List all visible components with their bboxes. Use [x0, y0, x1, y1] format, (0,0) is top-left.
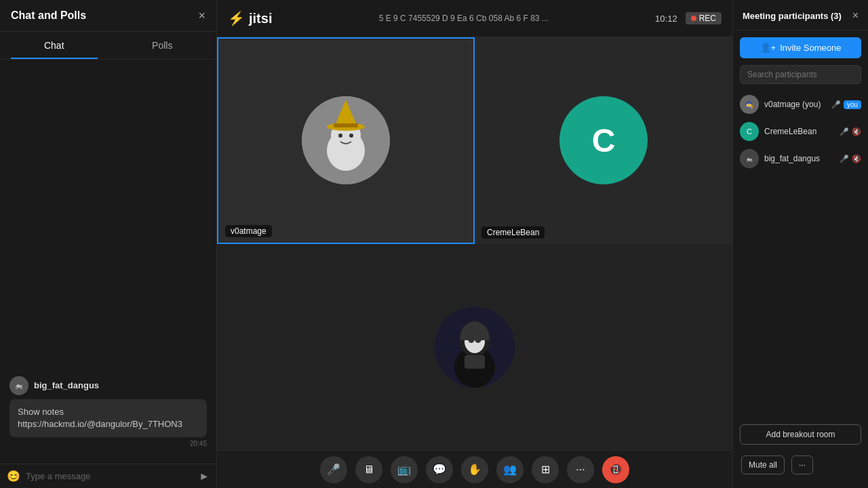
video-cell-v0atmage[interactable]: v0atmage — [217, 37, 475, 244]
video-icon-big-fat-dangus: 🔇 — [852, 155, 861, 163]
svg-text:🧙: 🧙 — [745, 100, 754, 109]
video-cell-cremeLeBean[interactable]: C CremeLeBean — [475, 37, 732, 244]
chat-message: 🏍 big_fat_dangus Show noteshttps://hackm… — [0, 371, 216, 453]
tab-bar: Chat Polls — [0, 32, 216, 60]
sidebar-title: Chat and Polls — [11, 9, 86, 22]
participant-item-big-fat-dangus: 🏍 big_fat_dangus 🎤 🔇 — [740, 145, 861, 172]
tab-chat[interactable]: Chat — [0, 32, 108, 59]
meeting-id: 5 E 9 C 7455529 D 9 Ea 6 Cb 058 Ab 6 F 8… — [280, 14, 647, 23]
chat-bubble: Show noteshttps://hackmd.io/@dangulor/By… — [9, 399, 207, 437]
chat-username: big_fat_dangus — [34, 380, 99, 390]
video-grid: v0atmage C CremeLeBean — [217, 37, 732, 450]
more-button[interactable]: ··· — [567, 456, 594, 483]
participant-avatar-cremeLeBean: C — [740, 122, 759, 141]
jitsi-logo: ⚡ jitsi — [228, 10, 272, 26]
svg-rect-7 — [334, 123, 358, 127]
video-icon-cremeLeBean: 🔇 — [852, 127, 861, 136]
participant-avatar-v0atmage: 🧙 — [740, 95, 759, 114]
svg-text:🏍: 🏍 — [746, 155, 753, 163]
invite-someone-button[interactable]: 👤+ Invite Someone — [740, 37, 861, 58]
v0atmage-label: v0atmage — [225, 225, 272, 237]
mute-icon-cremeLeBean: 🎤 — [840, 127, 849, 136]
participant-name-v0atmage: v0atmage (you) — [764, 100, 826, 109]
participant-item-v0atmage: 🧙 v0atmage (you) 🎤 you — [740, 91, 861, 118]
sidebar-header: Chat and Polls × — [0, 0, 216, 32]
bottom-toolbar: 🎤 🖥 📺 💬 ✋ 👥 ⊞ ··· 📵 — [217, 450, 732, 488]
main-content: ⚡ jitsi 5 E 9 C 7455529 D 9 Ea 6 Cb 058 … — [217, 0, 732, 488]
participant-avatar-big-fat-dangus: 🏍 — [740, 149, 759, 168]
cremeLeBean-label: CremeLeBean — [481, 226, 545, 239]
video-button[interactable]: 🖥 — [355, 456, 382, 483]
apps-button[interactable]: ⊞ — [532, 456, 559, 483]
end-call-button[interactable]: 📵 — [602, 456, 629, 483]
emoji-button[interactable]: 😊 — [7, 470, 20, 483]
video-cell-big-fat-dangus[interactable] — [217, 244, 732, 451]
jitsi-icon: ⚡ — [228, 10, 245, 26]
hand-button[interactable]: ✋ — [461, 456, 488, 483]
chat-message-list: 🏍 big_fat_dangus Show noteshttps://hackm… — [0, 60, 216, 464]
chat-avatar: 🏍 — [9, 376, 28, 395]
participants-button[interactable]: 👥 — [496, 456, 524, 483]
add-breakout-room-button[interactable]: Add breakout room — [740, 424, 861, 445]
you-badge: you — [844, 100, 861, 109]
screenshare-button[interactable]: 📺 — [391, 456, 418, 483]
svg-point-8 — [338, 134, 342, 138]
chat-text: Show noteshttps://hackmd.io/@dangulor/By… — [18, 406, 199, 430]
participant-list: 🧙 v0atmage (you) 🎤 you C CremeLeBean 🎤 🔇… — [733, 91, 868, 418]
chat-time: 20:45 — [9, 440, 207, 447]
big-fat-dangus-avatar — [434, 306, 515, 388]
participant-item-cremeLeBean: C CremeLeBean 🎤 🔇 — [740, 118, 861, 145]
v0atmage-avatar — [302, 96, 390, 184]
svg-rect-16 — [465, 355, 485, 369]
chat-input-area: 😊 ► — [0, 464, 216, 488]
recording-badge: REC — [686, 12, 722, 24]
send-button[interactable]: ► — [199, 470, 210, 483]
mute-all-button[interactable]: Mute all — [741, 455, 785, 474]
invite-icon: 👤+ — [760, 43, 776, 53]
participants-title: Meeting participants (3) — [743, 11, 842, 21]
search-participants-input[interactable] — [740, 65, 861, 84]
rec-dot — [691, 16, 696, 21]
right-panel-header: Meeting participants (3) × — [733, 9, 868, 30]
mute-icon-v0atmage: 🎤 — [831, 100, 841, 109]
svg-point-9 — [349, 134, 353, 138]
participant-name-big-fat-dangus: big_fat_dangus — [764, 154, 834, 163]
top-bar: ⚡ jitsi 5 E 9 C 7455529 D 9 Ea 6 Cb 058 … — [217, 0, 732, 37]
mute-icon-big-fat-dangus: 🎤 — [840, 155, 849, 163]
chat-input[interactable] — [26, 471, 193, 481]
chat-sidebar: Chat and Polls × Chat Polls 🏍 big_fat_da… — [0, 0, 217, 488]
svg-text:🏍: 🏍 — [15, 381, 23, 390]
mute-button[interactable]: 🎤 — [320, 456, 347, 483]
participant-name-cremeLeBean: CremeLeBean — [764, 127, 834, 136]
tab-polls[interactable]: Polls — [108, 32, 217, 59]
chat-button[interactable]: 💬 — [426, 456, 453, 483]
right-panel: Meeting participants (3) × 👤+ Invite Som… — [732, 0, 868, 488]
more-participants-button[interactable]: ··· — [791, 455, 813, 474]
close-sidebar-button[interactable]: × — [198, 9, 205, 22]
cremeLeBean-avatar: C — [559, 96, 648, 184]
close-panel-button[interactable]: × — [852, 9, 859, 22]
meeting-time: 10:12 — [655, 14, 677, 24]
